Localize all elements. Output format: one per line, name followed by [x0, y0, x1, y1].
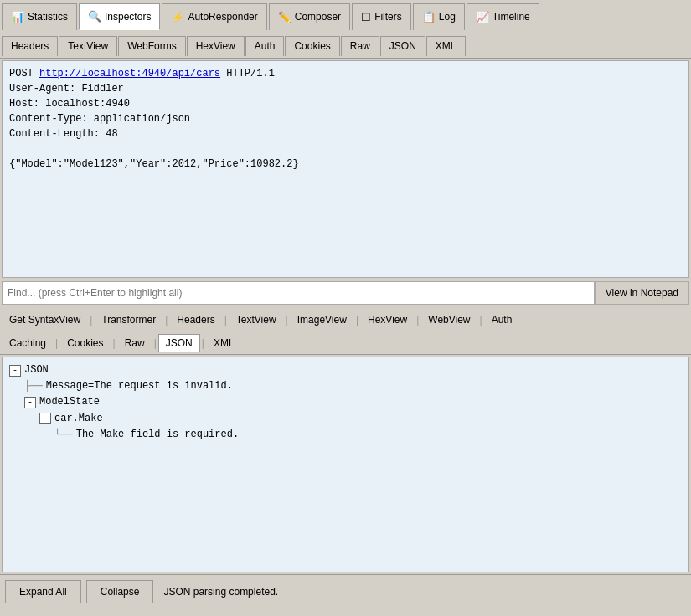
tab-filters[interactable]: ☐ Filters	[352, 3, 411, 30]
tree-label-carmake: car.Make	[54, 411, 103, 427]
tab-statistics[interactable]: 📊 Statistics	[2, 3, 77, 30]
resp-tab-getsyntaxview[interactable]: Get SyntaxView	[2, 311, 88, 329]
tree-toggle-modelstate[interactable]: -	[24, 397, 36, 408]
request-url[interactable]: http://localhost:4940/api/cars	[39, 68, 220, 80]
status-text: JSON parsing completed.	[163, 586, 278, 598]
composer-icon: ✏️	[278, 11, 291, 23]
resp-tab2-caching[interactable]: Caching	[2, 334, 54, 352]
req-tab-cookies[interactable]: Cookies	[285, 36, 339, 56]
response-tab-bar-1: Get SyntaxView | Transformer | Headers |…	[0, 308, 691, 331]
tree-toggle-carmake[interactable]: -	[39, 413, 51, 424]
log-icon: 📋	[422, 11, 436, 23]
sep9: |	[111, 337, 117, 349]
sep5: |	[354, 314, 360, 326]
tree-connector-makefield: └──	[54, 427, 73, 443]
tree-node-carmake: - car.Make	[9, 411, 682, 427]
response-tab-bar-2: Caching | Cookies | Raw | JSON | XML	[0, 331, 691, 355]
req-tab-xml[interactable]: XML	[426, 36, 466, 56]
json-tree-panel: - JSON ├── Message=The request is invali…	[2, 357, 689, 572]
expand-all-button[interactable]: Expand All	[5, 580, 81, 603]
collapse-button[interactable]: Collapse	[86, 580, 154, 603]
resp-tab2-json[interactable]: JSON	[158, 334, 200, 352]
req-tab-textview[interactable]: TextView	[59, 36, 117, 56]
request-header-contenttype: Content-Type: application/json	[9, 111, 682, 126]
resp-tab-webview[interactable]: WebView	[420, 311, 477, 329]
resp-tab2-cookies[interactable]: Cookies	[59, 334, 111, 352]
req-tab-headers[interactable]: Headers	[2, 36, 58, 56]
request-content-panel: POST http://localhost:4940/api/cars HTTP…	[2, 60, 689, 278]
resp-tab-auth[interactable]: Auth	[484, 311, 520, 329]
request-protocol: HTTP/1.1	[220, 68, 275, 80]
tree-label-message: Message=The request is invalid.	[46, 378, 233, 394]
resp-tab-textview[interactable]: TextView	[229, 311, 284, 329]
resp-tab-hexview[interactable]: HexView	[360, 311, 415, 329]
resp-tab2-xml[interactable]: XML	[206, 334, 242, 352]
statistics-icon: 📊	[11, 11, 24, 23]
request-method: POST	[9, 68, 34, 80]
inspectors-icon: 🔍	[88, 10, 101, 23]
view-in-notepad-button[interactable]: View in Notepad	[595, 281, 689, 305]
tree-node-modelstate: - ModelState	[9, 394, 682, 410]
sep2: |	[163, 314, 169, 326]
request-sub-tab-bar: Headers TextView WebForms HexView Auth C…	[0, 33, 691, 59]
sep1: |	[88, 314, 94, 326]
sep7: |	[478, 314, 484, 326]
req-tab-raw[interactable]: Raw	[341, 36, 379, 56]
sep10: |	[152, 337, 158, 349]
tree-connector-message: ├──	[24, 378, 43, 394]
tab-log[interactable]: 📋 Log	[413, 3, 465, 30]
request-line: POST http://localhost:4940/api/cars HTTP…	[9, 66, 682, 81]
sep8: |	[54, 337, 59, 349]
filters-icon: ☐	[361, 11, 371, 23]
tab-composer[interactable]: ✏️ Composer	[269, 3, 350, 30]
tree-label-modelstate: ModelState	[39, 394, 100, 410]
tree-node-message: ├── Message=The request is invalid.	[9, 378, 682, 394]
tree-label-root: JSON	[24, 362, 49, 378]
request-header-host: Host: localhost:4940	[9, 96, 682, 111]
request-header-contentlength: Content-Length: 48	[9, 126, 682, 141]
req-tab-webforms[interactable]: WebForms	[118, 36, 185, 56]
sep4: |	[284, 314, 290, 326]
req-tab-json[interactable]: JSON	[380, 36, 425, 56]
tree-label-makefield: The Make field is required.	[76, 427, 239, 443]
sep6: |	[415, 314, 420, 326]
find-input[interactable]	[2, 281, 595, 305]
bottom-bar: Expand All Collapse JSON parsing complet…	[0, 574, 691, 608]
tree-node-makefield: └── The Make field is required.	[9, 427, 682, 443]
resp-tab-headers[interactable]: Headers	[169, 311, 222, 329]
request-body: {"Model":"Model123","Year":2012,"Price":…	[9, 157, 682, 172]
timeline-icon: 📈	[476, 11, 489, 23]
req-tab-auth[interactable]: Auth	[245, 36, 285, 56]
find-bar: View in Notepad	[2, 280, 689, 306]
tree-toggle-root[interactable]: -	[9, 365, 21, 377]
tab-inspectors[interactable]: 🔍 Inspectors	[79, 3, 160, 30]
req-tab-hexview[interactable]: HexView	[187, 36, 245, 56]
sep11: |	[200, 337, 206, 349]
tab-timeline[interactable]: 📈 Timeline	[467, 3, 539, 30]
tab-autoresponder[interactable]: ⚡ AutoResponder	[162, 3, 266, 30]
resp-tab2-raw[interactable]: Raw	[117, 334, 152, 352]
resp-tab-transformer[interactable]: Transformer	[94, 311, 163, 329]
resp-tab-imageview[interactable]: ImageView	[290, 311, 354, 329]
tree-node-root: - JSON	[9, 362, 682, 378]
autoresponder-icon: ⚡	[171, 11, 184, 23]
sep3: |	[223, 314, 229, 326]
top-tab-bar: 📊 Statistics 🔍 Inspectors ⚡ AutoResponde…	[0, 0, 691, 33]
request-header-useragent: User-Agent: Fiddler	[9, 81, 682, 96]
